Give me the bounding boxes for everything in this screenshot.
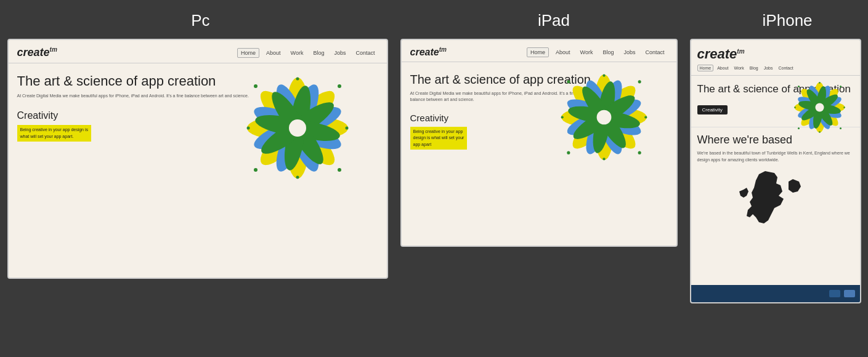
ipad-nav-jobs[interactable]: Jobs (620, 48, 638, 57)
pc-nav-work[interactable]: Work (288, 49, 307, 57)
iphone-logo-tm: tm (737, 48, 744, 55)
ipad-nav-work[interactable]: Work (577, 48, 596, 57)
svg-point-32 (296, 78, 299, 81)
pc-nav-home[interactable]: Home (237, 48, 259, 58)
svg-point-28 (254, 168, 258, 172)
pc-nav-jobs[interactable]: Jobs (331, 49, 349, 57)
iphone-where-based-text: We're based in the beautiful town of Tun… (697, 150, 854, 163)
ipad-creativity-title: Creativity (410, 113, 668, 123)
svg-point-25 (338, 84, 341, 88)
pc-nav-links: Home About Work Blog Jobs Contact (237, 48, 378, 58)
ipad-nav-blog[interactable]: Blog (599, 48, 617, 57)
iphone-creativity: Creativity (691, 99, 860, 123)
iphone-frame: createtm Home About Work Blog Jobs Conta… (690, 39, 861, 303)
pc-nav-blog[interactable]: Blog (310, 49, 327, 57)
ipad-hero: The art & science of app creation At Cre… (402, 62, 676, 108)
devices-row: createtm Home About Work Blog Jobs Conta… (0, 39, 868, 303)
svg-point-26 (254, 84, 258, 88)
svg-point-93 (840, 127, 842, 129)
ipad-frame: createtm Home About Work Blog Jobs Conta… (400, 39, 678, 247)
iphone-bottom-bar (691, 285, 860, 302)
svg-point-59 (567, 81, 570, 84)
svg-point-58 (638, 81, 641, 84)
map-silhouette (697, 168, 854, 244)
iphone-bottom-icon-2 (844, 290, 855, 297)
iphone-hero: The art & science of app creation (691, 76, 860, 99)
pc-logo: createtm (17, 46, 57, 59)
ipad-logo-tm: tm (439, 46, 447, 53)
pc-creativity-title: Creativity (17, 110, 378, 121)
iphone-where-based: Where we're based We're based in the bea… (691, 127, 860, 251)
svg-point-92 (798, 86, 800, 87)
svg-point-65 (602, 74, 605, 77)
svg-point-31 (296, 176, 299, 179)
ipad-nav-home[interactable]: Home (527, 47, 549, 57)
pc-frame: createtm Home About Work Blog Jobs Conta… (7, 39, 388, 279)
svg-point-91 (840, 86, 842, 87)
iphone-nav-contact[interactable]: Contact (777, 65, 795, 71)
iphone-label: iPhone (707, 11, 868, 30)
iphone-logo: createtm (697, 46, 745, 62)
ipad-nav-about[interactable]: About (553, 48, 574, 57)
svg-point-97 (819, 131, 821, 133)
pc-creativity: Creativity Being creative in your app de… (9, 104, 387, 148)
pc-logo-tm: tm (50, 46, 57, 53)
iphone-nav: createtm Home About Work Blog Jobs Conta… (691, 40, 860, 76)
ipad-nav-links: Home About Work Blog Jobs Contact (527, 47, 667, 57)
pc-nav-contact[interactable]: Contact (352, 49, 378, 57)
svg-point-64 (602, 158, 605, 161)
iphone-nav-home[interactable]: Home (697, 65, 714, 71)
ipad-nav-contact[interactable]: Contact (642, 48, 667, 57)
iphone-nav-links: Home About Work Blog Jobs Contact (697, 65, 795, 71)
ipad-creativity: Creativity Being creative in your appdes… (402, 108, 676, 155)
iphone-nav-blog[interactable]: Blog (748, 65, 760, 71)
pc-label: Pc (12, 11, 389, 30)
ipad-creativity-text: Being creative in your appdesign is what… (410, 127, 468, 150)
pc-creativity-text: Being creative in your app design iswhat… (17, 125, 92, 142)
pc-nav-about[interactable]: About (263, 49, 284, 57)
pc-hero: The art & science of app creation At Cre… (9, 63, 387, 104)
iphone-bottom-icon-1 (829, 290, 840, 297)
svg-point-98 (819, 82, 821, 84)
iphone-nav-work[interactable]: Work (732, 65, 745, 71)
iphone-nav-about[interactable]: About (715, 65, 730, 71)
svg-point-94 (798, 127, 800, 129)
svg-point-27 (338, 168, 341, 172)
ipad-logo: createtm (410, 46, 447, 58)
iphone-creativity-tag: Creativity (697, 105, 728, 114)
ipad-label: iPad (420, 11, 688, 30)
iphone-nav-jobs[interactable]: Jobs (762, 65, 775, 71)
